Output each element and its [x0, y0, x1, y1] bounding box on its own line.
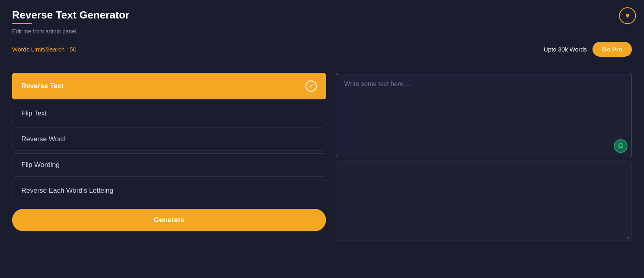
main-content: Reverse Text ✓ Flip Text Reverse Word Fl…: [0, 61, 644, 249]
option-reverse-word[interactable]: Reverse Word: [12, 128, 326, 151]
option-flip-wording[interactable]: Flip Wording: [12, 153, 326, 177]
grammar-icon-label: G: [618, 142, 623, 150]
right-panel: G ⊿: [336, 73, 632, 241]
words-limit-row: Words Limit/Search : 50 Upto 30k Words G…: [0, 42, 644, 57]
app-subtitle: Edit me from admin panel...: [12, 28, 632, 35]
option-reverse-each-word[interactable]: Reverse Each Word's Letteing: [12, 179, 326, 202]
upto-label: Upto 30k Words: [544, 46, 587, 53]
heart-button[interactable]: ♥: [619, 7, 636, 24]
resize-handle[interactable]: ⊿: [626, 235, 631, 240]
grammar-check-icon[interactable]: G: [614, 139, 627, 153]
option-flip-text-label: Flip Text: [21, 109, 47, 117]
option-reverse-word-label: Reverse Word: [21, 135, 65, 143]
generate-button[interactable]: Generate: [12, 209, 326, 231]
option-reverse-text-label: Reverse Text: [21, 82, 64, 90]
output-area: ⊿: [336, 161, 632, 241]
check-icon: ✓: [305, 80, 317, 92]
go-pro-button[interactable]: Go Pro: [592, 42, 632, 57]
left-panel: Reverse Text ✓ Flip Text Reverse Word Fl…: [12, 73, 326, 241]
option-reverse-text[interactable]: Reverse Text ✓: [12, 73, 326, 99]
app-title: Reverse Text Generator: [12, 9, 129, 21]
app-header: Reverse Text Generator Edit me from admi…: [0, 0, 644, 35]
option-flip-wording-label: Flip Wording: [21, 161, 60, 169]
option-reverse-each-word-label: Reverse Each Word's Letteing: [21, 187, 114, 195]
input-area[interactable]: G: [336, 73, 632, 157]
title-underline: [12, 23, 32, 24]
option-flip-text[interactable]: Flip Text: [12, 102, 326, 125]
heart-icon: ♥: [625, 12, 630, 20]
words-limit-label: Words Limit/Search : 50: [12, 46, 76, 53]
pro-row: Upto 30k Words Go Pro: [544, 42, 632, 57]
text-input[interactable]: [336, 73, 632, 157]
